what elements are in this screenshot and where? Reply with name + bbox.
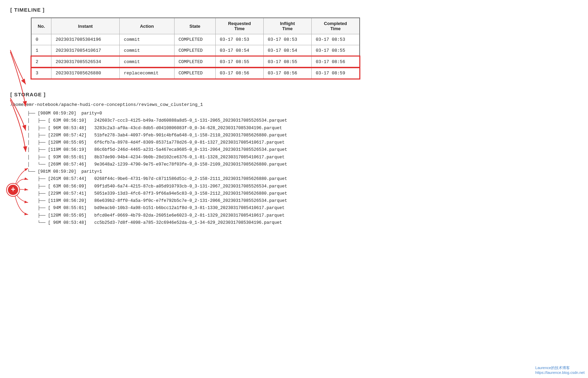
table-cell: commit: [120, 34, 175, 45]
col-req-time: RequestedTime: [216, 18, 264, 34]
table-cell: replacecommit: [120, 68, 175, 79]
table-cell: commit: [120, 56, 175, 68]
storage-file-line: ├── [261M 08:57:44] 0268f44c-9be6-4731-9…: [27, 175, 578, 183]
table-cell: COMPLETED: [174, 56, 215, 68]
storage-file-line: │ ├── [ 93M 08:55:01] 8b37de90-94b4-4234…: [27, 154, 578, 161]
storage-section-label: [ STORAGE ]: [10, 92, 578, 97]
storage-file-line: ├── [ 63M 08:56:09] 09f1d540-6a74-4215-8…: [27, 183, 578, 190]
storage-file-line: │ └── [269M 08:57:46] 9e3648a2-1239-4790…: [27, 161, 578, 168]
storage-section: [ STORAGE ] /home/emr-notebook/apache-hu…: [10, 92, 578, 227]
table-cell: 20230317085410617: [51, 45, 120, 57]
storage-file-line: │ ├── [120M 08:55:05] 6f6cfb7a-8978-4d4f…: [27, 139, 578, 146]
col-state: State: [174, 18, 215, 34]
timeline-wrapper: 这次提交触发了Clustering Clustering有一次独立的提交 No.…: [10, 17, 578, 79]
storage-tree-content: ├── [980M 08:59:20] parity=0│ ├── [ 63M …: [27, 110, 578, 227]
table-cell: 20230317085626880: [51, 68, 120, 79]
storage-file-line: ├── [ 94M 08:55:01] bd9eacb0-10b3-4a98-b…: [27, 205, 578, 212]
col-completed: CompletedTime: [311, 18, 360, 34]
table-cell: COMPLETED: [174, 45, 215, 57]
col-no: No.: [31, 18, 51, 34]
table-cell: 03-17 08:53: [216, 34, 264, 45]
table-cell: 03-17 08:55: [311, 45, 360, 57]
storage-file-line: ├── [119M 08:56:20] 86e639b2-8ff0-4a5a-9…: [27, 197, 578, 205]
table-cell: COMPLETED: [174, 34, 215, 45]
table-cell: 20230317085304196: [51, 34, 120, 45]
table-cell: 3: [31, 68, 51, 79]
storage-file-line: └── [ 96M 08:53:48] cc5b25d3-7d8f-4098-a…: [27, 219, 578, 227]
table-header-row: No. Instant Action State RequestedTime I…: [31, 18, 360, 34]
table-row: 220230317085526534commitCOMPLETED03-17 0…: [31, 56, 360, 68]
table-cell: 03-17 08:53: [263, 34, 311, 45]
table-cell: COMPLETED: [174, 68, 215, 79]
storage-file-line: │ ├── [119M 08:56:19] 86c6bf5d-246d-4465…: [27, 146, 578, 154]
table-cell: 03-17 08:54: [216, 45, 264, 57]
table-cell: 03-17 08:59: [311, 68, 360, 79]
table-cell: 20230317085526534: [51, 56, 120, 68]
col-action: Action: [120, 18, 175, 34]
storage-file-line: │ ├── [ 96M 08:53:48] 3283c2a3-af0a-43cd…: [27, 125, 578, 132]
table-cell: 03-17 08:56: [216, 68, 264, 79]
col-instant: Instant: [51, 18, 120, 34]
table-row: 120230317085410617commitCOMPLETED03-17 0…: [31, 45, 360, 57]
table-cell: 03-17 08:56: [311, 56, 360, 68]
table-cell: 2: [31, 56, 51, 68]
table-cell: 03-17 08:55: [263, 56, 311, 68]
storage-tree: + ├── [980M 08:59:20] parity=0│ ├── [ 63…: [27, 110, 578, 227]
storage-group-label: ├── [980M 08:59:20] parity=0: [27, 110, 578, 117]
table-cell: 03-17 08:56: [263, 68, 311, 79]
table-cell: 03-17 08:55: [216, 56, 264, 68]
plus-button[interactable]: +: [7, 184, 19, 196]
storage-file-line: ├── [120M 08:55:05] bfcd0e4f-0669-4b79-8…: [27, 212, 578, 219]
col-inflight: InflightTime: [263, 18, 311, 34]
table-cell: 03-17 08:53: [311, 34, 360, 45]
storage-file-line: ├── [229M 08:57:41] 5051e339-13d3-4fc6-8…: [27, 190, 578, 197]
table-cell: commit: [120, 45, 175, 57]
timeline-table: No. Instant Action State RequestedTime I…: [31, 17, 360, 79]
table-cell: 03-17 08:54: [263, 45, 311, 57]
storage-path: /home/emr-notebook/apache-hudi-core-conc…: [10, 102, 578, 107]
table-cell: 1: [31, 45, 51, 57]
storage-file-line: │ ├── [220M 08:57:42] 51bfe278-3ab4-4097…: [27, 132, 578, 139]
table-row: 320230317085626880replacecommitCOMPLETED…: [31, 68, 360, 79]
storage-file-line: │ ├── [ 63M 08:56:10] 242603c7-ccc3-4125…: [27, 117, 578, 124]
table-row: 020230317085304196commitCOMPLETED03-17 0…: [31, 34, 360, 45]
timeline-section-label: [ TIMELINE ]: [10, 7, 578, 13]
storage-group-label: └── [981M 08:59:20] parity=1: [27, 168, 578, 175]
table-cell: 0: [31, 34, 51, 45]
